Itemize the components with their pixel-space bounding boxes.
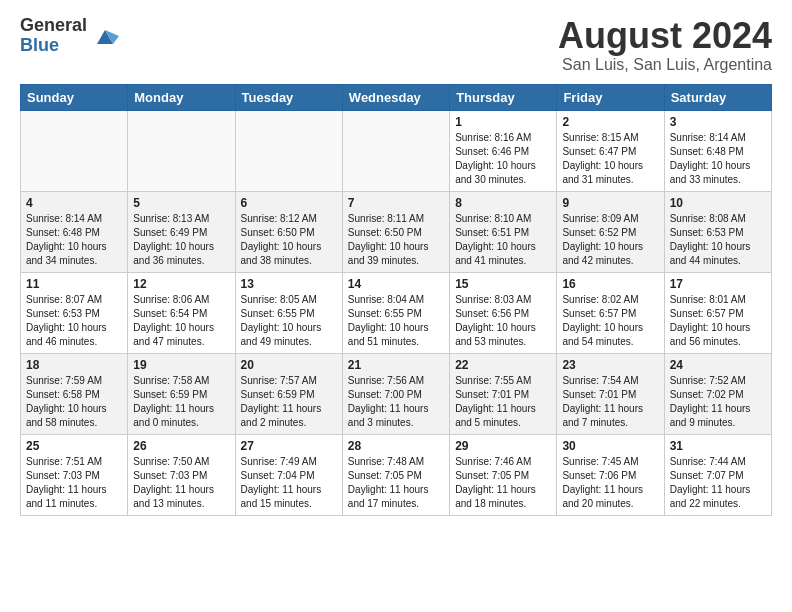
day-number: 13: [241, 277, 337, 291]
calendar-table: SundayMondayTuesdayWednesdayThursdayFrid…: [20, 84, 772, 516]
title-location: San Luis, San Luis, Argentina: [558, 56, 772, 74]
day-info: Sunrise: 7:50 AMSunset: 7:03 PMDaylight:…: [133, 455, 229, 511]
day-info: Sunrise: 7:49 AMSunset: 7:04 PMDaylight:…: [241, 455, 337, 511]
day-info: Sunrise: 7:52 AMSunset: 7:02 PMDaylight:…: [670, 374, 766, 430]
calendar-day: 13Sunrise: 8:05 AMSunset: 6:55 PMDayligh…: [235, 272, 342, 353]
calendar-day: 14Sunrise: 8:04 AMSunset: 6:55 PMDayligh…: [342, 272, 449, 353]
day-info: Sunrise: 8:10 AMSunset: 6:51 PMDaylight:…: [455, 212, 551, 268]
day-number: 23: [562, 358, 658, 372]
calendar-header-thursday: Thursday: [450, 84, 557, 110]
calendar-day: 5Sunrise: 8:13 AMSunset: 6:49 PMDaylight…: [128, 191, 235, 272]
day-number: 29: [455, 439, 551, 453]
calendar-day: 18Sunrise: 7:59 AMSunset: 6:58 PMDayligh…: [21, 353, 128, 434]
calendar-day: 4Sunrise: 8:14 AMSunset: 6:48 PMDaylight…: [21, 191, 128, 272]
calendar-day: 17Sunrise: 8:01 AMSunset: 6:57 PMDayligh…: [664, 272, 771, 353]
day-info: Sunrise: 7:58 AMSunset: 6:59 PMDaylight:…: [133, 374, 229, 430]
day-number: 6: [241, 196, 337, 210]
day-number: 28: [348, 439, 444, 453]
calendar-day: 11Sunrise: 8:07 AMSunset: 6:53 PMDayligh…: [21, 272, 128, 353]
logo-general-text: General: [20, 16, 87, 36]
day-info: Sunrise: 7:54 AMSunset: 7:01 PMDaylight:…: [562, 374, 658, 430]
calendar-day: 26Sunrise: 7:50 AMSunset: 7:03 PMDayligh…: [128, 434, 235, 515]
day-info: Sunrise: 7:48 AMSunset: 7:05 PMDaylight:…: [348, 455, 444, 511]
day-number: 22: [455, 358, 551, 372]
page: General Blue August 2024 San Luis, San L…: [0, 0, 792, 532]
day-number: 12: [133, 277, 229, 291]
calendar-week-row: 11Sunrise: 8:07 AMSunset: 6:53 PMDayligh…: [21, 272, 772, 353]
title-block: August 2024 San Luis, San Luis, Argentin…: [558, 16, 772, 74]
calendar-day: 24Sunrise: 7:52 AMSunset: 7:02 PMDayligh…: [664, 353, 771, 434]
calendar-day: [235, 110, 342, 191]
calendar-header-row: SundayMondayTuesdayWednesdayThursdayFrid…: [21, 84, 772, 110]
calendar-header-monday: Monday: [128, 84, 235, 110]
day-info: Sunrise: 7:55 AMSunset: 7:01 PMDaylight:…: [455, 374, 551, 430]
calendar-day: 10Sunrise: 8:08 AMSunset: 6:53 PMDayligh…: [664, 191, 771, 272]
day-number: 5: [133, 196, 229, 210]
calendar-day: 3Sunrise: 8:14 AMSunset: 6:48 PMDaylight…: [664, 110, 771, 191]
day-info: Sunrise: 8:05 AMSunset: 6:55 PMDaylight:…: [241, 293, 337, 349]
calendar-day: 7Sunrise: 8:11 AMSunset: 6:50 PMDaylight…: [342, 191, 449, 272]
calendar-day: 9Sunrise: 8:09 AMSunset: 6:52 PMDaylight…: [557, 191, 664, 272]
day-info: Sunrise: 8:15 AMSunset: 6:47 PMDaylight:…: [562, 131, 658, 187]
day-number: 24: [670, 358, 766, 372]
day-number: 27: [241, 439, 337, 453]
day-info: Sunrise: 8:03 AMSunset: 6:56 PMDaylight:…: [455, 293, 551, 349]
calendar-week-row: 18Sunrise: 7:59 AMSunset: 6:58 PMDayligh…: [21, 353, 772, 434]
day-info: Sunrise: 8:01 AMSunset: 6:57 PMDaylight:…: [670, 293, 766, 349]
day-info: Sunrise: 7:51 AMSunset: 7:03 PMDaylight:…: [26, 455, 122, 511]
calendar-day: 27Sunrise: 7:49 AMSunset: 7:04 PMDayligh…: [235, 434, 342, 515]
calendar-day: 8Sunrise: 8:10 AMSunset: 6:51 PMDaylight…: [450, 191, 557, 272]
day-info: Sunrise: 8:16 AMSunset: 6:46 PMDaylight:…: [455, 131, 551, 187]
header: General Blue August 2024 San Luis, San L…: [20, 16, 772, 74]
day-number: 26: [133, 439, 229, 453]
calendar-day: 21Sunrise: 7:56 AMSunset: 7:00 PMDayligh…: [342, 353, 449, 434]
calendar-day: 15Sunrise: 8:03 AMSunset: 6:56 PMDayligh…: [450, 272, 557, 353]
calendar-header-wednesday: Wednesday: [342, 84, 449, 110]
day-number: 14: [348, 277, 444, 291]
calendar-day: 2Sunrise: 8:15 AMSunset: 6:47 PMDaylight…: [557, 110, 664, 191]
calendar-header-friday: Friday: [557, 84, 664, 110]
calendar-header-sunday: Sunday: [21, 84, 128, 110]
day-info: Sunrise: 8:04 AMSunset: 6:55 PMDaylight:…: [348, 293, 444, 349]
calendar-day: 20Sunrise: 7:57 AMSunset: 6:59 PMDayligh…: [235, 353, 342, 434]
day-number: 20: [241, 358, 337, 372]
day-number: 30: [562, 439, 658, 453]
calendar-day: 25Sunrise: 7:51 AMSunset: 7:03 PMDayligh…: [21, 434, 128, 515]
calendar-day: 29Sunrise: 7:46 AMSunset: 7:05 PMDayligh…: [450, 434, 557, 515]
day-info: Sunrise: 8:11 AMSunset: 6:50 PMDaylight:…: [348, 212, 444, 268]
day-number: 31: [670, 439, 766, 453]
day-number: 8: [455, 196, 551, 210]
day-number: 10: [670, 196, 766, 210]
day-info: Sunrise: 7:56 AMSunset: 7:00 PMDaylight:…: [348, 374, 444, 430]
calendar-day: 22Sunrise: 7:55 AMSunset: 7:01 PMDayligh…: [450, 353, 557, 434]
calendar-day: 16Sunrise: 8:02 AMSunset: 6:57 PMDayligh…: [557, 272, 664, 353]
day-number: 3: [670, 115, 766, 129]
day-info: Sunrise: 8:02 AMSunset: 6:57 PMDaylight:…: [562, 293, 658, 349]
day-number: 15: [455, 277, 551, 291]
calendar-day: 28Sunrise: 7:48 AMSunset: 7:05 PMDayligh…: [342, 434, 449, 515]
day-number: 17: [670, 277, 766, 291]
calendar-day: [21, 110, 128, 191]
day-info: Sunrise: 7:46 AMSunset: 7:05 PMDaylight:…: [455, 455, 551, 511]
day-info: Sunrise: 7:59 AMSunset: 6:58 PMDaylight:…: [26, 374, 122, 430]
day-info: Sunrise: 8:07 AMSunset: 6:53 PMDaylight:…: [26, 293, 122, 349]
day-number: 4: [26, 196, 122, 210]
calendar-day: [128, 110, 235, 191]
day-number: 19: [133, 358, 229, 372]
day-number: 18: [26, 358, 122, 372]
calendar-day: 23Sunrise: 7:54 AMSunset: 7:01 PMDayligh…: [557, 353, 664, 434]
calendar-day: [342, 110, 449, 191]
calendar-week-row: 25Sunrise: 7:51 AMSunset: 7:03 PMDayligh…: [21, 434, 772, 515]
logo-icon: [91, 22, 119, 50]
day-info: Sunrise: 8:09 AMSunset: 6:52 PMDaylight:…: [562, 212, 658, 268]
day-info: Sunrise: 8:06 AMSunset: 6:54 PMDaylight:…: [133, 293, 229, 349]
day-info: Sunrise: 8:13 AMSunset: 6:49 PMDaylight:…: [133, 212, 229, 268]
day-info: Sunrise: 8:14 AMSunset: 6:48 PMDaylight:…: [670, 131, 766, 187]
day-info: Sunrise: 8:12 AMSunset: 6:50 PMDaylight:…: [241, 212, 337, 268]
calendar-day: 31Sunrise: 7:44 AMSunset: 7:07 PMDayligh…: [664, 434, 771, 515]
logo-blue-text: Blue: [20, 36, 87, 56]
day-number: 25: [26, 439, 122, 453]
calendar-day: 6Sunrise: 8:12 AMSunset: 6:50 PMDaylight…: [235, 191, 342, 272]
day-info: Sunrise: 7:45 AMSunset: 7:06 PMDaylight:…: [562, 455, 658, 511]
calendar-day: 30Sunrise: 7:45 AMSunset: 7:06 PMDayligh…: [557, 434, 664, 515]
